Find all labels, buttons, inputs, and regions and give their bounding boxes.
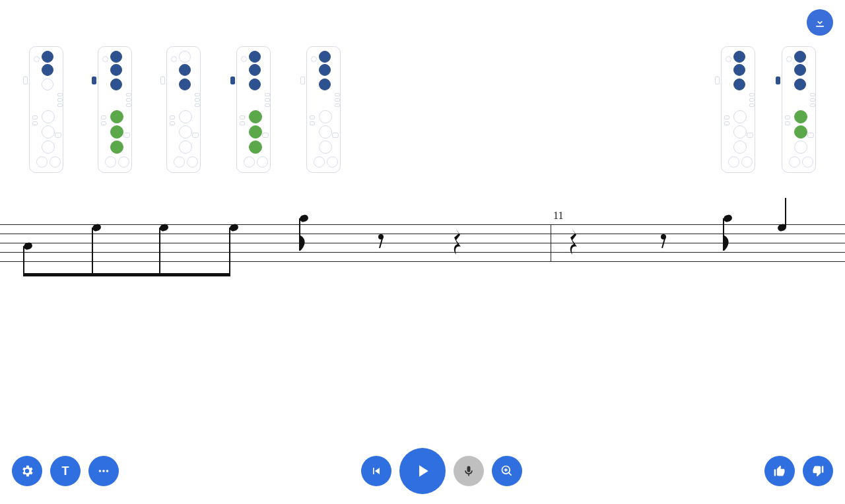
tone-hole bbox=[794, 110, 807, 123]
svg-point-2 bbox=[99, 470, 102, 472]
tone-hole bbox=[42, 51, 53, 63]
tone-hole bbox=[179, 79, 191, 90]
music-staff: 11 bbox=[0, 218, 845, 284]
more-button[interactable] bbox=[88, 456, 119, 486]
tone-hole bbox=[733, 125, 747, 139]
fingering-diagram bbox=[166, 46, 201, 173]
bottom-toolbar: T bbox=[0, 447, 845, 495]
download-button[interactable] bbox=[807, 9, 833, 36]
tone-hole bbox=[319, 125, 332, 139]
measure-number: 11 bbox=[553, 210, 563, 222]
like-button[interactable] bbox=[764, 456, 795, 486]
tone-hole bbox=[42, 64, 53, 76]
fingering-diagram bbox=[29, 46, 63, 173]
octave-key bbox=[23, 77, 28, 84]
tone-hole bbox=[319, 110, 332, 123]
rewind-button[interactable] bbox=[361, 456, 391, 486]
tone-hole bbox=[794, 141, 807, 154]
mic-button[interactable] bbox=[454, 456, 484, 486]
fingering-diagram bbox=[721, 46, 755, 173]
octave-key bbox=[230, 77, 235, 84]
tone-hole bbox=[733, 64, 745, 76]
play-icon bbox=[413, 461, 432, 481]
download-icon bbox=[813, 16, 827, 29]
microphone-icon bbox=[462, 464, 475, 478]
tone-hole bbox=[319, 64, 331, 76]
settings-button[interactable] bbox=[12, 456, 42, 486]
tone-hole bbox=[319, 141, 332, 154]
octave-key bbox=[160, 77, 165, 84]
tone-hole bbox=[733, 110, 747, 123]
octave-key bbox=[92, 77, 96, 84]
tone-hole bbox=[179, 51, 191, 63]
svg-point-3 bbox=[102, 470, 105, 472]
barline bbox=[551, 224, 551, 261]
tone-hole bbox=[110, 51, 122, 63]
transpose-button[interactable]: T bbox=[50, 456, 81, 486]
toolbar-right-group bbox=[764, 456, 833, 486]
fingering-row bbox=[13, 46, 845, 185]
fingering-diagram bbox=[98, 46, 132, 173]
tone-hole bbox=[42, 125, 55, 139]
tone-hole bbox=[249, 64, 261, 76]
tone-hole bbox=[110, 79, 122, 90]
gear-icon bbox=[20, 464, 34, 478]
zoom-button[interactable] bbox=[492, 456, 522, 486]
svg-point-4 bbox=[106, 470, 109, 472]
toolbar-center-group bbox=[361, 448, 522, 494]
tone-hole bbox=[42, 110, 55, 123]
tone-hole bbox=[733, 51, 745, 63]
octave-key bbox=[776, 77, 780, 84]
zoom-in-icon bbox=[500, 464, 514, 478]
octave-key bbox=[715, 77, 720, 84]
more-icon bbox=[96, 464, 111, 478]
tone-hole bbox=[319, 79, 331, 90]
tone-hole bbox=[319, 51, 331, 63]
tone-hole bbox=[179, 64, 191, 76]
octave-key bbox=[300, 77, 305, 84]
tone-hole bbox=[794, 125, 807, 139]
tone-hole bbox=[110, 64, 122, 76]
play-button[interactable] bbox=[399, 448, 446, 494]
tone-hole bbox=[733, 141, 747, 154]
tone-hole bbox=[249, 51, 261, 63]
tone-hole bbox=[42, 79, 53, 90]
eighth-rest bbox=[660, 234, 669, 249]
tone-hole bbox=[110, 141, 123, 154]
tone-hole bbox=[249, 79, 261, 90]
tone-hole bbox=[733, 79, 745, 90]
transpose-label: T bbox=[62, 464, 69, 478]
quarter-rest bbox=[453, 228, 462, 252]
tone-hole bbox=[110, 125, 123, 139]
tone-hole bbox=[179, 125, 192, 139]
fingering-diagram bbox=[306, 46, 341, 173]
tone-hole bbox=[110, 110, 123, 123]
fingering-diagram bbox=[782, 46, 816, 173]
thumbs-down-icon bbox=[811, 464, 825, 478]
dislike-button[interactable] bbox=[803, 456, 833, 486]
toolbar-left-group: T bbox=[12, 456, 119, 486]
fingering-diagram bbox=[236, 46, 271, 173]
skip-previous-icon bbox=[370, 464, 383, 478]
tone-hole bbox=[794, 64, 806, 76]
quarter-rest bbox=[569, 228, 578, 252]
tone-hole bbox=[794, 79, 806, 90]
eighth-rest bbox=[378, 234, 387, 249]
tone-hole bbox=[794, 51, 806, 63]
tone-hole bbox=[42, 141, 55, 154]
tone-hole bbox=[179, 141, 192, 154]
thumbs-up-icon bbox=[773, 464, 786, 478]
tone-hole bbox=[249, 125, 262, 139]
tone-hole bbox=[249, 141, 262, 154]
tone-hole bbox=[179, 110, 192, 123]
tone-hole bbox=[249, 110, 262, 123]
